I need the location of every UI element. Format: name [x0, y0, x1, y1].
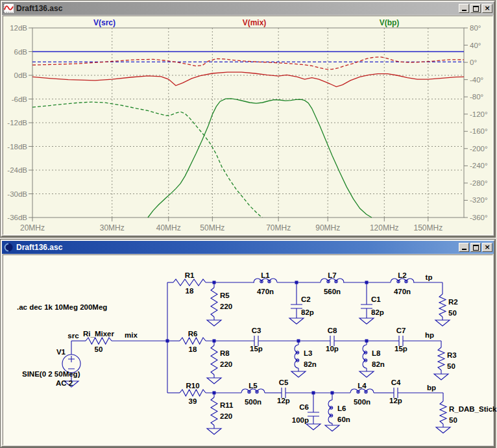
close-button[interactable]: ×: [482, 243, 492, 252]
schematic-window: Draft136.asc ×: [0, 239, 496, 448]
maximize-button[interactable]: [470, 4, 481, 13]
close-icon: ×: [484, 244, 490, 251]
schematic-window-title: Draft136.asc: [16, 243, 62, 252]
minimize-button[interactable]: [459, 4, 469, 13]
waveform-window-icon: [3, 4, 14, 13]
ltspice-application: { "windows": { "plot": { "title": "Draft…: [0, 0, 497, 448]
minimize-button[interactable]: [459, 243, 469, 252]
plot-window: Draft136.asc ×: [0, 0, 496, 238]
plot-pane[interactable]: [3, 16, 493, 235]
maximize-icon: [473, 245, 479, 251]
minimize-icon: [462, 249, 467, 250]
schematic-pane[interactable]: [3, 255, 493, 445]
plot-window-title: Draft136.asc: [16, 4, 62, 13]
schematic-titlebar[interactable]: Draft136.asc ×: [2, 241, 494, 254]
close-button[interactable]: ×: [482, 4, 492, 13]
plot-titlebar[interactable]: Draft136.asc ×: [2, 2, 494, 15]
minimize-icon: [462, 10, 467, 11]
schematic-window-icon: [3, 243, 14, 252]
maximize-button[interactable]: [470, 243, 481, 252]
close-icon: ×: [484, 5, 490, 12]
maximize-icon: [473, 6, 479, 12]
